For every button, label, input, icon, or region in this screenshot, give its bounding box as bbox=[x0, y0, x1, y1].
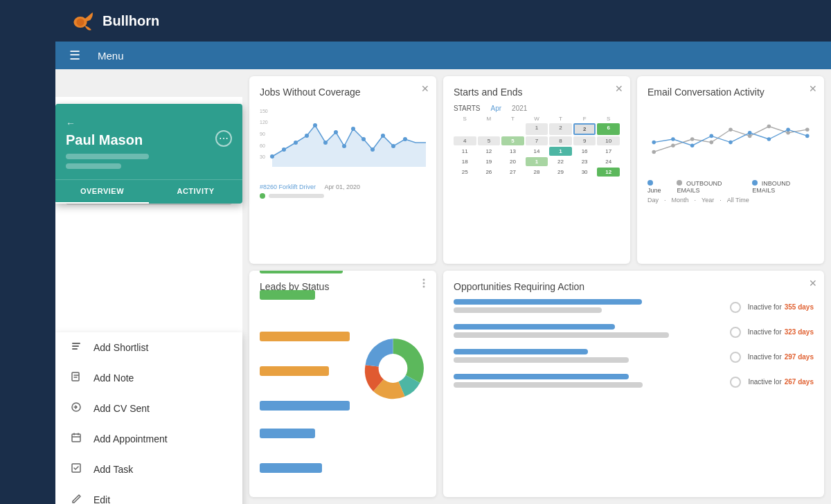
menu-item-add-shortlist[interactable]: Add Shortlist bbox=[55, 332, 242, 363]
email-time-nav: Day · Month · Year · All Time bbox=[647, 197, 814, 204]
tab-activity[interactable]: ACTIVITY bbox=[149, 180, 242, 204]
days-1: 355 days bbox=[785, 303, 814, 311]
navbar: Bullhorn bbox=[55, 0, 831, 42]
opp-bars-2 bbox=[454, 324, 723, 341]
email-conversation-widget: Email Conversation Activity ✕ bbox=[637, 76, 824, 264]
menu-item-add-note[interactable]: Add Note bbox=[55, 363, 242, 393]
bullhorn-icon bbox=[69, 9, 97, 33]
menu-item-add-appointment[interactable]: Add Appointment bbox=[55, 424, 242, 454]
profile-subtitle-1 bbox=[66, 154, 149, 159]
add-note-label: Add Note bbox=[93, 372, 134, 384]
chart-dot bbox=[260, 193, 265, 199]
starts-widget-close[interactable]: ✕ bbox=[615, 83, 623, 94]
june-dot bbox=[647, 180, 653, 186]
menubar: ☰ Menu bbox=[55, 42, 831, 69]
jobs-widget-title: Jobs Without Coverage bbox=[260, 87, 426, 98]
profile-options-button[interactable]: ⋯ bbox=[215, 130, 232, 147]
svg-point-46 bbox=[423, 278, 425, 280]
svg-text:30: 30 bbox=[260, 154, 265, 159]
svg-point-40 bbox=[710, 134, 714, 138]
back-nav[interactable]: ← bbox=[66, 118, 232, 129]
svg-point-32 bbox=[729, 127, 733, 132]
svg-point-20 bbox=[334, 130, 338, 134]
menu-item-add-cv-sent[interactable]: Add CV Sent bbox=[55, 393, 242, 424]
svg-point-30 bbox=[690, 137, 695, 141]
time-day[interactable]: Day bbox=[647, 197, 659, 204]
days-3: 297 days bbox=[785, 353, 814, 361]
svg-point-38 bbox=[671, 137, 675, 141]
legend-bar-green bbox=[260, 271, 343, 273]
opps-widget-title: Opportunities Requiring Action bbox=[454, 281, 814, 292]
svg-point-25 bbox=[381, 134, 385, 138]
svg-point-19 bbox=[323, 141, 328, 145]
opp-circle-3 bbox=[730, 352, 741, 363]
svg-point-45 bbox=[805, 134, 810, 138]
svg-point-36 bbox=[805, 127, 810, 132]
opp-item-1: Inactive for 355 days bbox=[454, 299, 814, 316]
time-month[interactable]: Month bbox=[672, 197, 689, 204]
time-year[interactable]: Year bbox=[702, 197, 714, 204]
svg-point-21 bbox=[342, 144, 346, 148]
opp-bar-gray-3 bbox=[454, 357, 629, 363]
left-sidebar bbox=[0, 0, 55, 504]
opp-bars-4 bbox=[454, 374, 723, 390]
svg-text:120: 120 bbox=[260, 120, 268, 125]
jobs-widget-close[interactable]: ✕ bbox=[421, 83, 429, 94]
svg-point-22 bbox=[351, 127, 355, 131]
month-label: Apr bbox=[491, 105, 502, 112]
email-legend: June OUTBOUND EMAILS INBOUND EMAILS bbox=[647, 180, 814, 194]
starts-header: STARTS Apr 2021 bbox=[454, 105, 620, 112]
menu-item-edit[interactable]: Edit bbox=[55, 485, 242, 504]
opp-bar-blue-2 bbox=[454, 324, 615, 330]
opp-circle-1 bbox=[730, 302, 741, 313]
inactive-text-3: Inactive for bbox=[748, 353, 782, 361]
calendar-grid: S M T W T F S 1 2 2 6 4 5 5 7 8 bbox=[454, 116, 620, 177]
menu-item-add-task[interactable]: Add Task bbox=[55, 454, 242, 485]
svg-point-23 bbox=[361, 137, 366, 141]
tab-overview[interactable]: OVERVIEW bbox=[55, 180, 149, 204]
inbound-dot bbox=[752, 180, 758, 186]
svg-rect-5 bbox=[72, 372, 79, 381]
pie-container bbox=[260, 299, 426, 438]
svg-point-26 bbox=[391, 144, 395, 148]
opp-status-2: Inactive for 323 days bbox=[748, 328, 814, 336]
days-2: 323 days bbox=[785, 328, 814, 336]
add-task-label: Add Task bbox=[93, 464, 133, 475]
inactive-text-4: Inactive lor bbox=[748, 378, 781, 386]
opp-status-1: Inactive for 355 days bbox=[748, 303, 814, 311]
svg-point-47 bbox=[423, 282, 425, 284]
svg-point-49 bbox=[379, 354, 408, 383]
svg-point-1 bbox=[76, 18, 84, 26]
context-menu: Add Shortlist Add Note Add CV Sent Add A… bbox=[55, 332, 242, 504]
legend-bar-orange2 bbox=[260, 366, 329, 376]
appointment-icon bbox=[69, 432, 83, 446]
svg-point-39 bbox=[690, 143, 695, 147]
legend-bar-blue3 bbox=[260, 463, 322, 473]
svg-point-27 bbox=[403, 137, 407, 141]
menu-label[interactable]: Menu bbox=[98, 50, 124, 62]
opportunities-widget: Opportunities Requiring Action ✕ Inactiv… bbox=[443, 271, 824, 498]
svg-point-42 bbox=[748, 131, 752, 135]
legend-bar-blue bbox=[260, 401, 350, 411]
svg-rect-2 bbox=[72, 343, 80, 344]
inactive-text-2: Inactive for bbox=[748, 328, 782, 336]
email-widget-close[interactable]: ✕ bbox=[809, 83, 817, 94]
jobs-info: #8260 Forklift Driver Apr 01, 2020 bbox=[260, 183, 426, 190]
email-chart-svg bbox=[647, 105, 814, 174]
cv-sent-icon bbox=[69, 402, 83, 415]
profile-header: ← Paul Mason ⋯ bbox=[55, 104, 242, 179]
leads-widget-options[interactable] bbox=[418, 278, 429, 291]
profile-tabs: OVERVIEW ACTIVITY bbox=[55, 179, 242, 204]
add-cv-sent-label: Add CV Sent bbox=[93, 403, 150, 414]
time-alltime[interactable]: All Time bbox=[727, 197, 749, 204]
brand-name: Bullhorn bbox=[102, 13, 159, 29]
svg-point-41 bbox=[729, 141, 733, 145]
outbound-label: OUTBOUND EMAILS bbox=[677, 180, 722, 194]
legend-bar-blue2 bbox=[260, 429, 315, 438]
opps-widget-close[interactable]: ✕ bbox=[809, 278, 817, 289]
main-content: ← Paul Mason ⋯ OVERVIEW ACTIVITY Add Sho… bbox=[55, 69, 831, 504]
svg-rect-4 bbox=[72, 348, 78, 350]
pie-chart-svg bbox=[360, 323, 426, 413]
profile-subtitle-2 bbox=[66, 163, 121, 169]
shortlist-icon bbox=[69, 341, 83, 354]
